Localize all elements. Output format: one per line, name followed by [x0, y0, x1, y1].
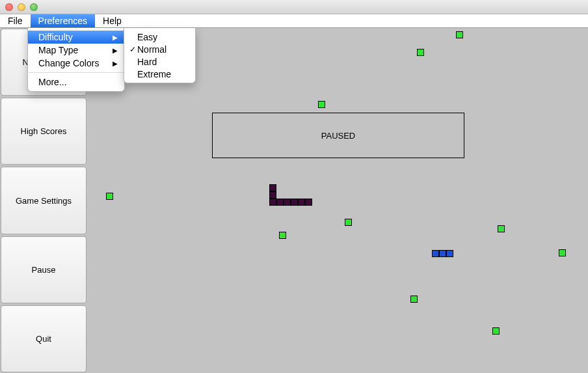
food-tile	[492, 327, 500, 335]
food-tile	[456, 31, 463, 38]
obstacle-tile	[291, 199, 298, 206]
food-tile	[279, 232, 286, 239]
menuitem-label: Change Colors	[38, 58, 99, 68]
menuitem-label: Extreme	[137, 69, 171, 79]
menuitem-map-type[interactable]: Map Type ▶	[28, 44, 124, 57]
quit-button[interactable]: Quit	[1, 305, 87, 372]
player-tile	[432, 250, 439, 257]
menu-preferences[interactable]: Preferences	[31, 14, 95, 27]
paused-label: PAUSED	[321, 131, 356, 141]
menuitem-label: Normal	[137, 44, 167, 55]
submenu-arrow-icon: ▶	[113, 47, 118, 54]
obstacle-tile	[269, 199, 276, 206]
high-scores-button[interactable]: High Scores	[1, 98, 87, 165]
food-tile	[106, 193, 113, 200]
obstacle-tile	[276, 199, 284, 206]
submenu-arrow-icon: ▶	[113, 34, 118, 41]
menu-separator	[29, 72, 124, 73]
obstacle-tile	[305, 199, 312, 206]
player-tile	[439, 250, 446, 257]
obstacle-tile	[269, 191, 276, 199]
food-tile	[498, 225, 505, 232]
menuitem-label: Map Type	[38, 45, 78, 55]
window-minimize-button[interactable]	[18, 3, 25, 11]
preferences-dropdown: Difficulty ▶ Map Type ▶ Change Colors ▶ …	[27, 28, 125, 92]
menu-file[interactable]: File	[0, 14, 31, 27]
menuitem-more[interactable]: More...	[28, 76, 124, 89]
window-close-button[interactable]	[5, 3, 13, 11]
menuitem-label: Easy	[137, 32, 157, 42]
obstacle-tile	[284, 199, 291, 206]
window-titlebar	[0, 0, 588, 14]
menuitem-change-colors[interactable]: Change Colors ▶	[28, 57, 124, 70]
obstacle-tile	[298, 199, 305, 206]
menuitem-normal[interactable]: ✓ Normal	[124, 43, 195, 55]
window-zoom-button[interactable]	[30, 3, 38, 11]
food-tile	[559, 249, 566, 256]
game-settings-button[interactable]: Game Settings	[1, 167, 87, 234]
menuitem-easy[interactable]: Easy	[124, 31, 195, 43]
check-icon: ✓	[128, 45, 137, 54]
player-tile	[446, 250, 453, 257]
paused-overlay: PAUSED	[212, 113, 464, 158]
difficulty-submenu: Easy ✓ Normal Hard Extreme	[124, 28, 196, 83]
food-tile	[345, 219, 352, 226]
menubar: File Preferences Help	[0, 14, 588, 28]
menuitem-label: Hard	[137, 57, 157, 67]
menu-help[interactable]: Help	[95, 14, 129, 27]
menuitem-difficulty[interactable]: Difficulty ▶	[28, 31, 124, 44]
food-tile	[417, 49, 424, 56]
obstacle-tile	[269, 184, 276, 191]
food-tile	[318, 101, 325, 108]
menuitem-label: Difficulty	[38, 32, 73, 42]
food-tile	[410, 296, 418, 303]
menuitem-extreme[interactable]: Extreme	[124, 68, 195, 80]
pause-button[interactable]: Pause	[1, 236, 87, 303]
submenu-arrow-icon: ▶	[113, 60, 118, 67]
menuitem-label: More...	[38, 77, 67, 87]
menuitem-hard[interactable]: Hard	[124, 55, 195, 68]
